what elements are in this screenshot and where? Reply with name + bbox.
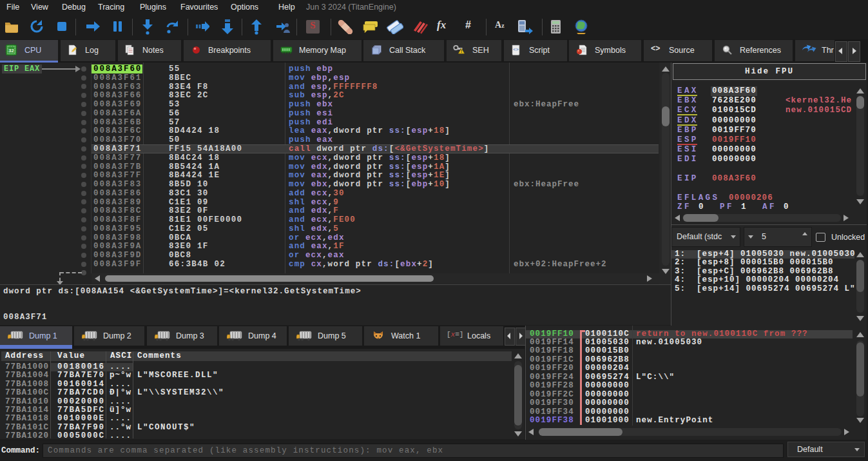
svg-text:!: ! xyxy=(461,49,462,54)
svg-text:<>: <> xyxy=(513,47,518,52)
svg-text:32: 32 xyxy=(8,48,14,54)
